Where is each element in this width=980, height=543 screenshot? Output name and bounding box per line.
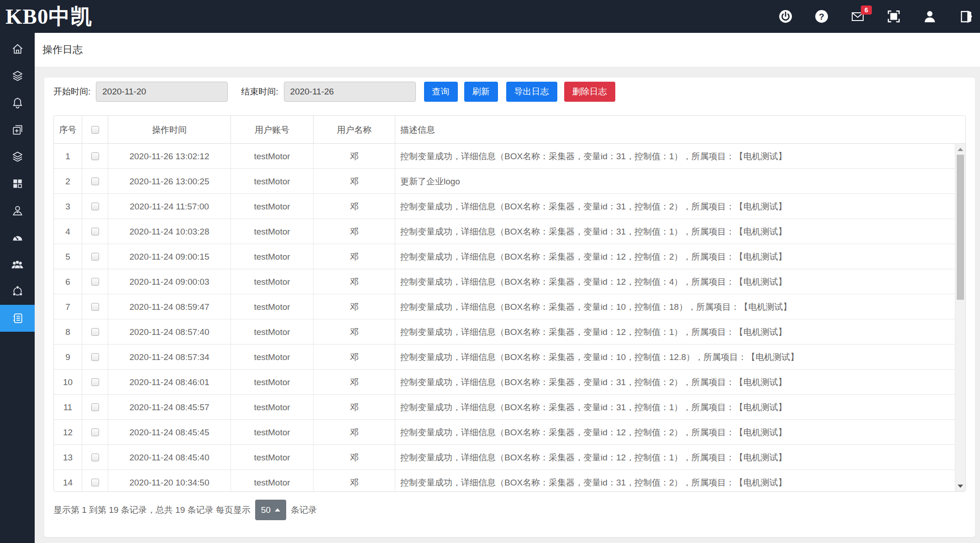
table-row: 1 2020-11-26 13:02:12 testMotor 邓 控制变量成功… xyxy=(54,144,955,169)
app-logo: KB0中凯 xyxy=(5,0,92,33)
table-header: 序号 操作时间 用户账号 用户名称 描述信息 xyxy=(54,116,965,144)
row-desc-cell: 控制变量成功，详细信息（BOX名称：采集器，变量id：12，控制值：1），所属项… xyxy=(395,445,955,470)
row-time-cell: 2020-11-24 08:45:57 xyxy=(108,395,231,420)
sidebar-item-grid[interactable] xyxy=(0,170,35,197)
row-name-cell: 邓 xyxy=(314,445,395,470)
start-time-label: 开始时间: xyxy=(53,86,90,98)
row-account-cell: testMotor xyxy=(231,470,314,492)
row-checkbox[interactable] xyxy=(91,228,99,235)
row-checkbox[interactable] xyxy=(91,178,99,185)
log-table: 序号 操作时间 用户账号 用户名称 描述信息 1 2020-11-26 13:0… xyxy=(53,115,966,492)
end-date-input[interactable] xyxy=(284,82,416,102)
row-time-cell: 2020-11-24 08:46:01 xyxy=(108,370,231,395)
scrollbar-up-icon[interactable] xyxy=(955,146,965,153)
row-account-cell: testMotor xyxy=(231,269,314,294)
row-checkbox[interactable] xyxy=(91,378,99,386)
page-size-select[interactable]: 50 xyxy=(255,500,286,520)
row-time-cell: 2020-11-24 09:00:15 xyxy=(108,244,231,269)
col-header-account: 用户账号 xyxy=(231,116,314,144)
sidebar-item-account[interactable] xyxy=(0,197,35,224)
gauge-icon xyxy=(11,231,24,244)
row-checkbox[interactable] xyxy=(91,278,99,286)
sidebar-item-add-box[interactable] xyxy=(0,116,35,143)
row-account-cell: testMotor xyxy=(231,219,314,244)
row-checkbox[interactable] xyxy=(91,328,99,336)
help-icon[interactable]: ? xyxy=(815,10,828,23)
table-row: 6 2020-11-24 09:00:03 testMotor 邓 控制变量成功… xyxy=(54,269,955,294)
row-index-cell: 6 xyxy=(54,269,82,294)
sidebar-item-layers[interactable] xyxy=(0,63,35,89)
row-checkbox[interactable] xyxy=(91,454,99,461)
export-log-button[interactable]: 导出日志 xyxy=(506,82,557,102)
row-checkbox[interactable] xyxy=(91,353,99,361)
col-header-time: 操作时间 xyxy=(108,116,231,144)
table-row: 9 2020-11-24 08:57:34 testMotor 邓 控制变量成功… xyxy=(54,345,955,370)
user-outline-icon xyxy=(11,204,24,217)
scrollbar-thumb[interactable] xyxy=(957,155,964,300)
bell-icon xyxy=(11,97,24,109)
sidebar-item-dashboard[interactable] xyxy=(0,224,35,251)
title-bar: 操作日志 xyxy=(35,33,980,67)
row-checkbox[interactable] xyxy=(91,253,99,261)
col-header-desc: 描述信息 xyxy=(395,116,965,144)
row-account-cell: testMotor xyxy=(231,345,314,370)
table-row: 14 2020-11-20 10:34:50 testMotor 邓 控制变量成… xyxy=(54,470,955,492)
sidebar-item-team[interactable] xyxy=(0,251,35,278)
delete-log-button[interactable]: 删除日志 xyxy=(564,82,615,102)
logout-icon[interactable] xyxy=(959,10,973,23)
mail-icon[interactable]: 6 xyxy=(851,10,865,23)
row-time-cell: 2020-11-24 11:57:00 xyxy=(108,194,231,219)
row-checkbox[interactable] xyxy=(91,203,99,210)
table-row: 12 2020-11-24 08:45:45 testMotor 邓 控制变量成… xyxy=(54,420,955,445)
row-account-cell: testMotor xyxy=(231,144,314,169)
page-size-value: 50 xyxy=(261,505,271,515)
row-checkbox[interactable] xyxy=(91,303,99,311)
sidebar-item-home[interactable] xyxy=(0,36,35,63)
row-desc-cell: 控制变量成功，详细信息（BOX名称：采集器，变量id：12，控制值：1），所属项… xyxy=(395,319,955,345)
stack-icon xyxy=(11,151,24,163)
row-checkbox[interactable] xyxy=(91,403,99,411)
row-checkbox[interactable] xyxy=(91,479,99,486)
row-account-cell: testMotor xyxy=(231,370,314,395)
row-account-cell: testMotor xyxy=(231,395,314,420)
header-icons: ? 6 xyxy=(779,10,973,23)
row-desc-cell: 控制变量成功，详细信息（BOX名称：采集器，变量id：12，控制值：2），所属项… xyxy=(395,244,955,269)
caret-up-icon xyxy=(275,508,280,512)
row-checkbox[interactable] xyxy=(91,428,99,436)
layers-icon xyxy=(11,70,24,82)
pagination-bar: 显示第 1 到第 19 条记录，总共 19 条记录 每页显示 50 条记录 xyxy=(53,500,966,520)
row-time-cell: 2020-11-24 08:59:47 xyxy=(108,294,231,319)
col-header-name: 用户名称 xyxy=(314,116,395,144)
refresh-button[interactable]: 刷新 xyxy=(464,82,498,102)
row-time-cell: 2020-11-26 13:00:25 xyxy=(108,169,231,194)
power-icon[interactable] xyxy=(779,10,792,23)
row-desc-cell: 控制变量成功，详细信息（BOX名称：采集器，变量id：31，控制值：1），所属项… xyxy=(395,219,955,244)
query-button[interactable]: 查询 xyxy=(424,82,458,102)
user-icon[interactable] xyxy=(923,10,937,23)
start-date-input[interactable] xyxy=(96,82,228,102)
table-scrollbar[interactable] xyxy=(955,144,965,491)
scrollbar-down-icon[interactable] xyxy=(955,482,965,490)
sidebar-item-alarm[interactable] xyxy=(0,89,35,116)
row-time-cell: 2020-11-24 08:57:40 xyxy=(108,319,231,345)
svg-text:?: ? xyxy=(819,12,824,21)
row-time-cell: 2020-11-24 08:45:45 xyxy=(108,420,231,445)
sidebar-item-stack[interactable] xyxy=(0,143,35,170)
fullscreen-icon[interactable] xyxy=(887,10,901,23)
row-index-cell: 7 xyxy=(54,294,82,319)
row-name-cell: 邓 xyxy=(314,345,395,370)
share-icon xyxy=(11,285,24,298)
row-name-cell: 邓 xyxy=(314,470,395,492)
row-time-cell: 2020-11-24 10:03:28 xyxy=(108,219,231,244)
filter-toolbar: 开始时间: 结束时间: 查询 刷新 导出日志 删除日志 xyxy=(53,81,966,102)
row-desc-cell: 控制变量成功，详细信息（BOX名称：采集器，变量id：12，控制值：2），所属项… xyxy=(395,420,955,445)
home-icon xyxy=(11,43,24,55)
sidebar-item-network[interactable] xyxy=(0,278,35,305)
log-icon xyxy=(11,312,24,324)
table-row: 13 2020-11-24 08:45:40 testMotor 邓 控制变量成… xyxy=(54,445,955,470)
row-checkbox[interactable] xyxy=(91,152,99,160)
select-all-checkbox[interactable] xyxy=(91,126,99,134)
row-name-cell: 邓 xyxy=(314,144,395,169)
sidebar-item-operation-log[interactable] xyxy=(0,305,35,332)
table-row: 7 2020-11-24 08:59:47 testMotor 邓 控制变量成功… xyxy=(54,294,955,319)
